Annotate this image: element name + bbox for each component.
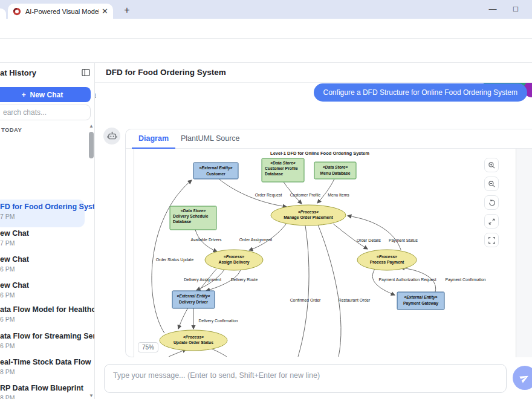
edge-label: Order Details — [357, 238, 381, 242]
sidebar-scrollbar[interactable]: ▲ ▼ — [88, 123, 94, 399]
chat-list-item[interactable]: eal-Time Stock Data Flow8 PM — [0, 355, 85, 379]
chat-item-time: 7 PM — [0, 213, 15, 220]
browser-tab[interactable]: AI-Powered Visual Modeling Ch ✕ — [8, 4, 113, 19]
fullscreen-button[interactable] — [484, 233, 499, 247]
browser-toolbar: ai-toolbox.visual-paradigm.com/app/chatb… — [0, 19, 532, 39]
chat-history-sidebar: at History + New Chat TODAY FD for Food … — [0, 63, 95, 399]
zoom-in-icon — [488, 161, 496, 169]
chat-item-title: ata Flow Model for Healthc... — [0, 305, 95, 314]
sidebar-title: at History — [0, 68, 36, 77]
expand-button[interactable] — [484, 214, 499, 229]
tab-diagram[interactable]: Diagram — [132, 129, 175, 149]
send-button[interactable] — [513, 366, 532, 390]
chat-list-item[interactable]: RP Data Flow Blueprint8 PM — [0, 381, 85, 399]
conversation-title: DFD for Food Ordering System — [106, 68, 226, 77]
zoom-out-icon — [488, 180, 496, 188]
expand-icon — [488, 218, 496, 225]
chat-item-title: ata Flow for Streaming Ser... — [0, 332, 95, 340]
svg-text:«Process»: «Process» — [298, 210, 319, 214]
favicon-visual-paradigm — [13, 7, 21, 16]
svg-text:Customer: Customer — [206, 172, 225, 176]
diagram-title: Level-1 DFD for Online Food Ordering Sys… — [270, 151, 369, 156]
zoom-out-button[interactable] — [484, 177, 499, 191]
svg-text:«External Entity»: «External Entity» — [177, 294, 210, 299]
tab-title: AI-Powered Visual Modeling Ch — [25, 8, 99, 15]
user-message-bubble: Configure a DFD Structure for Online Foo… — [314, 83, 527, 102]
chat-list-item[interactable]: ew Chat6 PM — [0, 278, 85, 302]
chat-list-item[interactable]: ew Chat6 PM — [0, 252, 85, 276]
data-flow-edge — [333, 224, 368, 249]
diagram-viewport[interactable]: «External Entity»Customer«Data Store»Cus… — [134, 149, 516, 357]
collapse-panel-icon[interactable] — [81, 68, 91, 77]
chat-item-time: 8 PM — [0, 394, 15, 399]
chat-item-title: ew Chat — [0, 255, 29, 264]
window-maximize-button[interactable]: ☐ — [507, 4, 525, 16]
dfd-diagram: «External Entity»Customer«Data Store»Cus… — [134, 149, 491, 357]
bot-avatar — [103, 128, 120, 144]
svg-text:«Process»: «Process» — [377, 255, 397, 259]
chat-list-item[interactable]: FD for Food Ordering System7 PM — [0, 199, 85, 227]
svg-text:Delivery Schedule: Delivery Schedule — [173, 214, 209, 219]
edge-label: Confirmed Order — [290, 298, 321, 302]
svg-text:Database: Database — [173, 219, 191, 224]
svg-text:Delivery Driver: Delivery Driver — [179, 300, 208, 305]
edge-label: Payment Confirmation — [445, 277, 485, 282]
scrollbar-thumb[interactable] — [89, 132, 94, 158]
tab-close-icon[interactable]: ✕ — [102, 7, 108, 16]
edge-label: Delivery Confirmation — [199, 319, 238, 323]
diagram-tabs: Diagram PlantUML Source — [126, 129, 532, 149]
new-chat-button[interactable]: + New Chat — [0, 87, 91, 102]
edge-label: Delivery Route — [231, 277, 258, 282]
browser-tab-strip: AI-Powered Visual Modeling Ch ✕ + — ☐ — [0, 0, 532, 19]
svg-text:«External Entity»: «External Entity» — [199, 166, 232, 170]
chat-list-item[interactable]: ata Flow for Streaming Ser...6 PM — [0, 329, 85, 353]
edge-label: Customer Profile — [290, 193, 321, 197]
chat-item-time: 7 PM — [0, 239, 15, 247]
svg-text:«External Entity»: «External Entity» — [404, 295, 437, 300]
edge-label: Menu Items — [328, 193, 349, 197]
chat-item-title: RP Data Flow Blueprint — [0, 384, 83, 392]
bot-message-card: Diagram PlantUML Source «External Entity… — [125, 129, 532, 357]
adjacent-tab-sliver — [0, 8, 6, 19]
new-tab-button[interactable]: + — [120, 3, 134, 18]
scroll-down-icon[interactable]: ▼ — [88, 393, 94, 398]
plus-icon: + — [22, 91, 26, 99]
app-header: Chatbot Powered by Visual Paradigm More … — [0, 39, 532, 63]
edge-label: Delivery Assignment — [184, 277, 221, 282]
search-input[interactable] — [0, 105, 91, 120]
svg-text:Manage Order Placement: Manage Order Placement — [284, 215, 333, 220]
svg-text:Update Order Status: Update Order Status — [174, 340, 213, 345]
chat-item-title: ew Chat — [0, 281, 29, 290]
conversation-header: DFD for Food Ordering System — [95, 63, 532, 83]
edge-label: Available Drivers — [191, 238, 222, 242]
svg-text:Payment Gateway: Payment Gateway — [403, 301, 438, 306]
svg-text:Assign Delivery: Assign Delivery — [219, 260, 250, 265]
chat-item-title: FD for Food Ordering System — [0, 203, 95, 211]
svg-text:«Process»: «Process» — [224, 255, 244, 259]
message-input[interactable] — [104, 364, 507, 393]
svg-text:Process Payment: Process Payment — [370, 260, 404, 265]
svg-text:«Process»: «Process» — [183, 335, 204, 339]
zoom-level-badge: 75% — [138, 342, 158, 352]
chat-item-title: ew Chat — [0, 229, 29, 238]
svg-text:«Data Store»: «Data Store» — [270, 161, 296, 165]
chat-list-item[interactable]: ata Flow Model for Healthc...6 PM — [0, 302, 85, 326]
data-flow-edge — [298, 225, 309, 357]
svg-text:Menu Database: Menu Database — [320, 171, 351, 175]
tab-plantuml-source[interactable]: PlantUML Source — [174, 129, 247, 149]
window-minimize-button[interactable]: — — [484, 4, 502, 16]
data-flow-edge — [317, 179, 334, 203]
chat-list-item[interactable]: ew Chat7 PM — [0, 226, 85, 250]
chat-item-time: 6 PM — [0, 265, 15, 273]
chat-item-time: 6 PM — [0, 291, 15, 299]
reset-icon — [488, 199, 496, 207]
zoom-in-button[interactable] — [484, 158, 499, 172]
robot-icon — [107, 131, 117, 141]
reset-button[interactable] — [484, 195, 499, 210]
edge-label: Payment Status — [389, 238, 418, 243]
scroll-up-icon[interactable]: ▲ — [88, 123, 94, 129]
edge-label: Order Request — [255, 193, 282, 198]
data-flow-edge — [152, 180, 192, 333]
svg-text:«Data Store»: «Data Store» — [323, 165, 348, 169]
edge-label: Payment Authorization Request — [378, 277, 436, 282]
